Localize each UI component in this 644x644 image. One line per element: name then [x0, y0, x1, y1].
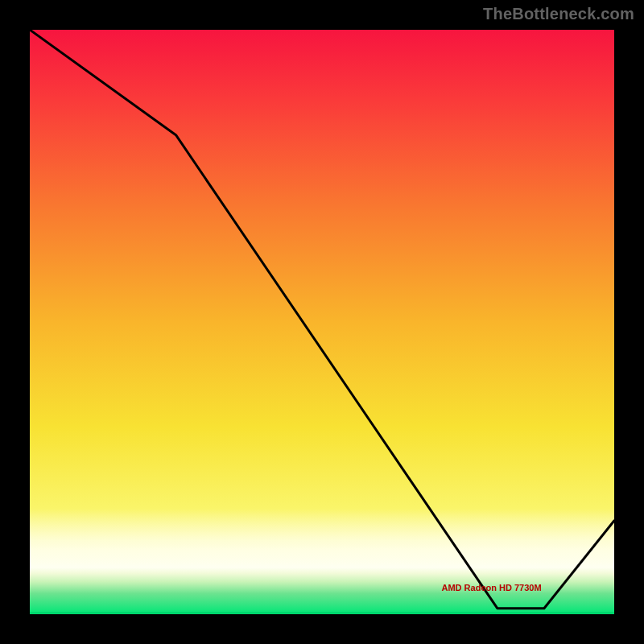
plot-area: AMD Radeon HD 7730M [30, 30, 614, 614]
bottom-edge [30, 612, 614, 614]
source-label: TheBottleneck.com [483, 5, 634, 23]
frame: TheBottleneck.com [0, 0, 644, 644]
chart-svg [30, 30, 614, 614]
pale-band [30, 509, 614, 573]
